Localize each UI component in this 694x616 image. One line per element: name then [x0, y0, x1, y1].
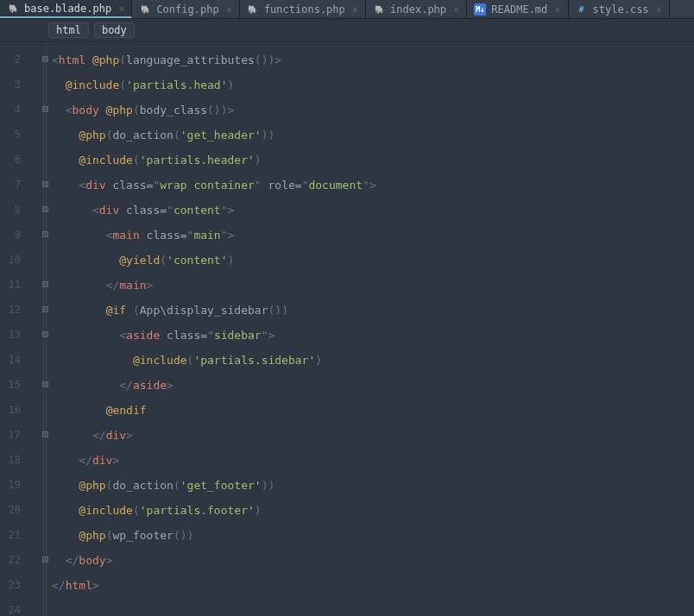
- fold-marker[interactable]: [42, 106, 48, 112]
- fold-marker[interactable]: [42, 206, 48, 212]
- code-line[interactable]: @php(do_action('get_footer')): [52, 473, 694, 498]
- close-icon[interactable]: ×: [226, 3, 232, 16]
- line-number[interactable]: 3: [0, 72, 21, 97]
- line-number[interactable]: 24: [0, 598, 21, 616]
- line-number[interactable]: 9: [0, 223, 21, 248]
- line-number[interactable]: 18: [0, 448, 21, 473]
- close-icon[interactable]: ×: [352, 3, 358, 16]
- fold-column: [21, 42, 47, 616]
- line-number[interactable]: 20: [0, 498, 21, 523]
- tab-style-css[interactable]: #style.css×: [569, 0, 670, 18]
- tab-label: style.css: [593, 3, 649, 16]
- code-line[interactable]: @php(wp_footer()): [52, 523, 694, 548]
- line-number[interactable]: 4: [0, 97, 21, 123]
- code-line[interactable]: @include('partials.head'): [52, 72, 694, 97]
- php-file-icon: 🐘: [373, 3, 385, 16]
- tab-label: README.md: [491, 3, 547, 16]
- code-line[interactable]: @php(do_action('get_header')): [52, 123, 694, 148]
- code-line[interactable]: @endif: [52, 398, 694, 423]
- line-number[interactable]: 15: [0, 373, 21, 398]
- fold-marker[interactable]: [42, 231, 48, 237]
- line-number[interactable]: 11: [0, 273, 21, 298]
- breadcrumb-item[interactable]: body: [94, 22, 135, 38]
- line-number[interactable]: 22: [0, 548, 21, 573]
- fold-marker[interactable]: [42, 281, 48, 287]
- code-line[interactable]: <div class="content">: [52, 198, 694, 223]
- line-number[interactable]: 23: [0, 573, 21, 598]
- line-number[interactable]: 10: [0, 248, 21, 273]
- code-line[interactable]: </div>: [52, 423, 694, 448]
- tab-base-blade-php[interactable]: 🐘base.blade.php×: [0, 0, 132, 18]
- code-line[interactable]: @include('partials.header'): [52, 148, 694, 173]
- tab-label: functions.php: [264, 3, 345, 16]
- tab-Config-php[interactable]: 🐘Config.php×: [132, 0, 239, 18]
- code-line[interactable]: @if (App\display_sidebar()): [52, 298, 694, 323]
- code-line[interactable]: @include('partials.footer'): [52, 498, 694, 523]
- line-number[interactable]: 6: [0, 148, 21, 173]
- code-line[interactable]: <div class="wrap container" role="docume…: [52, 173, 694, 198]
- tab-label: Config.php: [156, 3, 218, 16]
- tab-README-md[interactable]: M↓README.md×: [467, 0, 568, 18]
- close-icon[interactable]: ×: [453, 3, 459, 16]
- line-number[interactable]: 19: [0, 473, 21, 498]
- close-icon[interactable]: ×: [656, 3, 662, 16]
- code-area[interactable]: <html @php(language_attributes())> @incl…: [47, 42, 694, 616]
- php-file-icon: 🐘: [247, 3, 259, 16]
- line-number[interactable]: 5: [0, 123, 21, 148]
- editor: 23456789101112131415161718192021222324 <…: [0, 42, 694, 616]
- code-line[interactable]: </html>: [52, 573, 694, 598]
- line-number[interactable]: 13: [0, 323, 21, 348]
- code-line[interactable]: <aside class="sidebar">: [52, 323, 694, 348]
- fold-marker[interactable]: [42, 56, 48, 62]
- fold-marker[interactable]: [42, 331, 48, 337]
- tab-index-php[interactable]: 🐘index.php×: [366, 0, 467, 18]
- md-file-icon: M↓: [474, 3, 486, 16]
- fold-marker[interactable]: [42, 556, 48, 563]
- fold-marker[interactable]: [42, 181, 48, 187]
- code-line[interactable]: [52, 598, 694, 616]
- fold-marker[interactable]: [42, 306, 48, 312]
- code-line[interactable]: </div>: [52, 448, 694, 473]
- line-number[interactable]: 2: [0, 47, 21, 72]
- tab-bar: 🐘base.blade.php×🐘Config.php×🐘functions.p…: [0, 0, 694, 19]
- php-file-icon: 🐘: [7, 3, 19, 15]
- breadcrumb-bar: htmlbody: [0, 19, 694, 42]
- close-icon[interactable]: ×: [554, 3, 560, 16]
- code-line[interactable]: </main>: [52, 273, 694, 298]
- code-line[interactable]: @yield('content'): [52, 248, 694, 273]
- fold-marker[interactable]: [42, 431, 48, 437]
- close-icon[interactable]: ×: [118, 3, 124, 15]
- ide-root: 🐘base.blade.php×🐘Config.php×🐘functions.p…: [0, 0, 694, 616]
- line-number[interactable]: 12: [0, 298, 21, 323]
- code-line[interactable]: <main class="main">: [52, 223, 694, 248]
- line-number[interactable]: 17: [0, 423, 21, 448]
- tab-label: index.php: [390, 3, 446, 16]
- line-number[interactable]: 21: [0, 523, 21, 548]
- code-line[interactable]: @include('partials.sidebar'): [52, 348, 694, 373]
- line-number[interactable]: 16: [0, 398, 21, 423]
- code-line[interactable]: </body>: [52, 548, 694, 573]
- tab-functions-php[interactable]: 🐘functions.php×: [240, 0, 366, 18]
- line-number[interactable]: 14: [0, 348, 21, 373]
- php-file-icon: 🐘: [139, 3, 151, 16]
- tab-label: base.blade.php: [24, 3, 111, 15]
- line-number[interactable]: 8: [0, 198, 21, 223]
- gutter-line-numbers: 23456789101112131415161718192021222324: [0, 42, 21, 616]
- code-line[interactable]: </aside>: [52, 373, 694, 398]
- line-number[interactable]: 7: [0, 173, 21, 198]
- breadcrumb-item[interactable]: html: [48, 22, 89, 38]
- code-line[interactable]: <body @php(body_class())>: [52, 97, 694, 123]
- code-line[interactable]: <html @php(language_attributes())>: [52, 47, 694, 72]
- css-file-icon: #: [576, 3, 588, 16]
- fold-marker[interactable]: [42, 381, 48, 387]
